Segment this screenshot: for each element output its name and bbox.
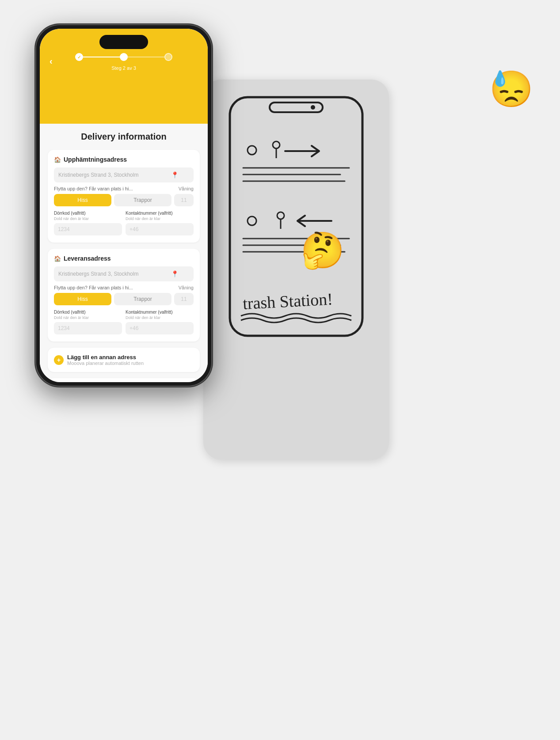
svg-point-3 xyxy=(248,146,256,155)
add-address-section[interactable]: + Lägg till en annan adress Mooova plane… xyxy=(48,348,200,372)
delivery-contact-input[interactable]: +46 xyxy=(126,322,194,334)
delivery-toggle-row: Hiss Trappor 11 xyxy=(54,293,194,305)
pickup-icon: 🏠 xyxy=(54,156,61,163)
delivery-icon: 🏠 xyxy=(54,255,61,262)
delivery-section-title: 🏠 Leveransadress xyxy=(54,255,194,262)
svg-point-4 xyxy=(273,141,280,148)
pickup-floor-number[interactable]: 11 xyxy=(174,194,194,206)
pickup-address-section: 🏠 Upphämtningsadress Kristinebergs Stran… xyxy=(48,150,200,243)
delivery-title-text: Leveransadress xyxy=(64,255,111,262)
delivery-address-input[interactable]: Kristinebergs Strand 3, Stockholm 📍 xyxy=(54,266,194,281)
sweat-emoji: 😓 xyxy=(489,68,533,110)
progress-dot-3 xyxy=(164,53,172,61)
delivery-contact-sublabel: Dold när den är klar xyxy=(126,315,194,320)
svg-point-10 xyxy=(248,216,256,225)
pickup-title-text: Upphämtningsadress xyxy=(64,156,127,163)
dynamic-island xyxy=(99,35,148,49)
pickup-floor-label: Flytta upp den? Får varan plats i hi... xyxy=(54,186,179,191)
progress-line-active xyxy=(83,57,124,57)
svg-text:trash Station!: trash Station! xyxy=(242,289,333,313)
svg-point-2 xyxy=(311,105,315,110)
pickup-time-section: 🕐 Upphämtningstid xyxy=(48,378,200,382)
add-address-title: Lägg till en annan adress xyxy=(67,354,144,361)
thinking-emoji: 🤔 xyxy=(301,230,345,271)
pickup-contact-label: Kontaktnummer (valfritt) xyxy=(126,211,194,216)
pickup-lift-button[interactable]: Hiss xyxy=(54,194,111,206)
pickup-floor-row: Flytta upp den? Får varan plats i hi... … xyxy=(54,186,194,191)
add-address-text-block: Lägg till en annan adress Mooova planera… xyxy=(67,354,144,366)
back-button[interactable]: ‹ xyxy=(50,56,53,66)
svg-point-11 xyxy=(277,212,284,219)
delivery-pin-icon: 📍 xyxy=(171,270,179,277)
progress-dot-1 xyxy=(75,53,83,61)
add-address-icon: + xyxy=(54,355,64,365)
pickup-contact-input[interactable]: +46 xyxy=(126,223,194,235)
pickup-stairs-button[interactable]: Trappor xyxy=(114,194,171,206)
progress-track xyxy=(75,53,172,61)
delivery-door-code-group: Dörrkod (valfritt) Dold när den är klar … xyxy=(54,310,122,334)
delivery-floor-label: Flytta upp den? Får varan plats i hi... xyxy=(54,285,179,290)
delivery-stairs-button[interactable]: Trappor xyxy=(114,293,171,305)
phone-content[interactable]: Delivery information 🏠 Upphämtningsadres… xyxy=(40,124,208,382)
step-label: Steg 2 av 3 xyxy=(111,65,136,71)
delivery-door-code-sublabel: Dold när den är klar xyxy=(54,315,122,320)
pickup-door-code-label: Dörrkod (valfritt) xyxy=(54,211,122,216)
pickup-field-row: Dörrkod (valfritt) Dold när den är klar … xyxy=(54,211,194,235)
delivery-door-code-input[interactable]: 1234 xyxy=(54,322,122,334)
progress-dot-2 xyxy=(120,53,128,61)
phone-frame: ‹ Steg 2 av 3 Deliver xyxy=(35,24,212,387)
pickup-contact-sublabel: Dold när den är klar xyxy=(126,216,194,221)
add-address-subtitle: Mooova planerar automatiskt rutten xyxy=(67,361,144,366)
pickup-contact-group: Kontaktnummer (valfritt) Dold när den är… xyxy=(126,211,194,235)
delivery-floor-value: Våning xyxy=(179,285,194,290)
delivery-field-row: Dörrkod (valfritt) Dold när den är klar … xyxy=(54,310,194,334)
delivery-lift-button[interactable]: Hiss xyxy=(54,293,111,305)
delivery-title: Delivery information xyxy=(48,132,200,142)
scene: 😓 xyxy=(0,0,560,740)
delivery-floor-row: Flytta upp den? Får varan plats i hi... … xyxy=(54,285,194,290)
pickup-address-text: Kristinebergs Strand 3, Stockholm xyxy=(58,172,138,178)
pickup-door-code-group: Dörrkod (valfritt) Dold när den är klar … xyxy=(54,211,122,235)
delivery-contact-group: Kontaktnummer (valfritt) Dold när den är… xyxy=(126,310,194,334)
pickup-floor-value: Våning xyxy=(179,186,194,191)
delivery-floor-number[interactable]: 11 xyxy=(174,293,194,305)
sketch-card: trash Station! 🤔 xyxy=(203,80,389,459)
delivery-contact-label: Kontaktnummer (valfritt) xyxy=(126,310,194,315)
phone-screen: ‹ Steg 2 av 3 Deliver xyxy=(40,29,208,382)
delivery-door-code-label: Dörrkod (valfritt) xyxy=(54,310,122,315)
pickup-door-code-input[interactable]: 1234 xyxy=(54,223,122,235)
step-progress: Steg 2 av 3 xyxy=(75,53,172,61)
pickup-toggle-row: Hiss Trappor 11 xyxy=(54,194,194,206)
pickup-address-input[interactable]: Kristinebergs Strand 3, Stockholm 📍 xyxy=(54,167,194,182)
pickup-door-code-sublabel: Dold när den är klar xyxy=(54,216,122,221)
pickup-section-title: 🏠 Upphämtningsadress xyxy=(54,156,194,163)
delivery-address-section: 🏠 Leveransadress Kristinebergs Strand 3,… xyxy=(48,249,200,342)
pickup-pin-icon: 📍 xyxy=(171,171,179,178)
delivery-address-text: Kristinebergs Strand 3, Stockholm xyxy=(58,271,138,277)
